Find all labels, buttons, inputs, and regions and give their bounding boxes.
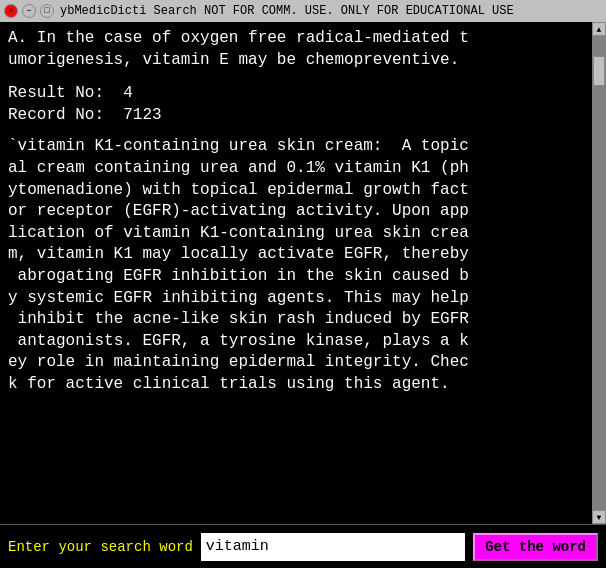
close-button[interactable]: ×	[4, 4, 18, 18]
result-no: Result No: 4	[8, 83, 584, 105]
search-label: Enter your search word	[8, 539, 193, 555]
bottom-bar: Enter your search word Get the word	[0, 524, 606, 568]
scroll-track[interactable]	[592, 36, 606, 510]
window-controls[interactable]: × − □	[4, 4, 54, 18]
result-section: Result No: 4 Record No: 7123	[8, 83, 584, 126]
get-word-button[interactable]: Get the word	[473, 533, 598, 561]
window-title: ybMedicDicti Search NOT FOR COMM. USE. O…	[60, 4, 602, 18]
record-no: Record No: 7123	[8, 105, 584, 127]
definition-text: `vitamin K1-containing urea skin cream: …	[8, 136, 584, 395]
scroll-down-button[interactable]: ▼	[592, 510, 606, 524]
maximize-button[interactable]: □	[40, 4, 54, 18]
scroll-thumb[interactable]	[593, 56, 605, 86]
scroll-up-button[interactable]: ▲	[592, 22, 606, 36]
minimize-button[interactable]: −	[22, 4, 36, 18]
paragraph1: A. In the case of oxygen free radical-me…	[8, 28, 584, 71]
title-bar: × − □ ybMedicDicti Search NOT FOR COMM. …	[0, 0, 606, 22]
search-input[interactable]	[201, 533, 465, 561]
main-content: A. In the case of oxygen free radical-me…	[0, 22, 592, 524]
vertical-scrollbar[interactable]: ▲ ▼	[592, 22, 606, 524]
